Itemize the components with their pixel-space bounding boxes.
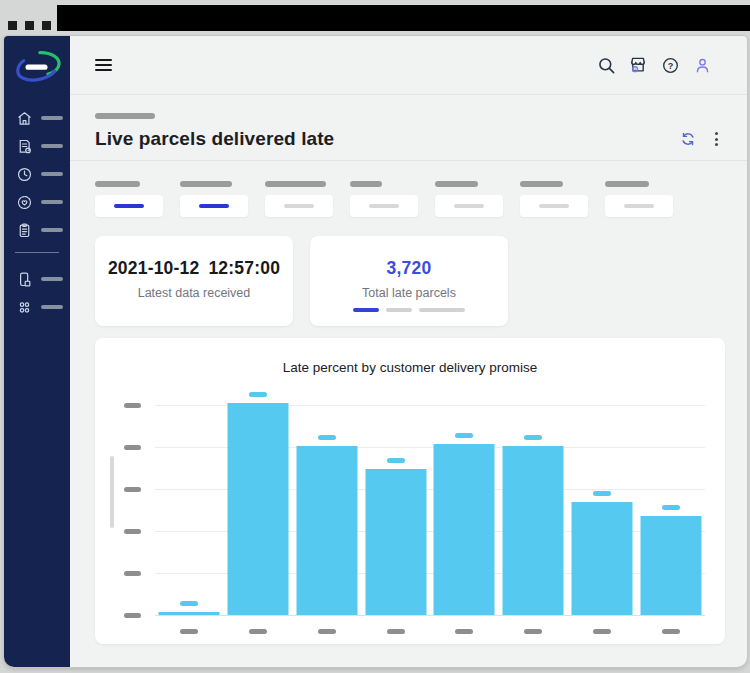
bar-slot xyxy=(636,405,705,615)
document-report-icon xyxy=(16,138,33,155)
bar-slot xyxy=(361,405,430,615)
sidebar-item-tasks[interactable] xyxy=(4,216,70,244)
sidebar-divider xyxy=(15,252,59,253)
nav-label-placeholder xyxy=(41,144,63,149)
bar-value-placeholder xyxy=(524,435,542,440)
x-tick-placeholder xyxy=(318,629,336,634)
refresh-button[interactable] xyxy=(679,130,697,148)
nav-label-placeholder xyxy=(41,228,63,233)
tab-label-placeholder xyxy=(520,181,563,187)
bar-slot xyxy=(293,405,362,615)
bar-value-placeholder xyxy=(387,458,405,463)
window-control-dot[interactable] xyxy=(42,21,51,30)
clipboard-icon xyxy=(16,222,33,239)
sidebar-item-apps[interactable] xyxy=(4,293,70,321)
filter-tab-group xyxy=(520,181,588,217)
x-tick-placeholder xyxy=(524,629,542,634)
menu-icon[interactable] xyxy=(95,59,112,72)
filter-tab-group xyxy=(350,181,418,217)
more-menu-button[interactable] xyxy=(711,130,722,148)
bar[interactable] xyxy=(640,516,701,615)
filter-tab-chip[interactable] xyxy=(180,195,248,217)
screenshot-stage: ? Live parcels delivered late xyxy=(0,0,750,673)
redacted-address-bar xyxy=(57,5,750,31)
filter-tab-group xyxy=(605,181,673,217)
topbar-icons: ? xyxy=(595,54,713,76)
progress-indicator xyxy=(310,308,508,313)
stat-label: Latest data received xyxy=(95,286,293,300)
y-tick-placeholder xyxy=(124,613,141,618)
x-tick-placeholder xyxy=(180,629,198,634)
bar[interactable] xyxy=(228,403,289,615)
chart-card: Late percent by customer delivery promis… xyxy=(95,338,725,644)
bar-value-placeholder xyxy=(455,433,473,438)
bars-container xyxy=(155,405,705,615)
bar-value-placeholder xyxy=(593,491,611,496)
help-button[interactable]: ? xyxy=(659,54,681,76)
gridline xyxy=(155,615,705,616)
stat-card-total-late: 3,720 Total late parcels xyxy=(310,236,508,326)
filter-tab-chip[interactable] xyxy=(350,195,418,217)
sidebar-item-home[interactable] xyxy=(4,104,70,132)
sidebar-item-device[interactable] xyxy=(4,265,70,293)
progress-segment-filled xyxy=(353,308,379,313)
home-icon xyxy=(16,110,33,127)
bar-slot xyxy=(224,405,293,615)
filter-tab-chip[interactable] xyxy=(265,195,333,217)
window-control-dot[interactable] xyxy=(8,21,17,30)
tab-label-placeholder xyxy=(265,181,326,187)
x-tick-placeholder xyxy=(387,629,405,634)
x-tick-placeholder xyxy=(662,629,680,634)
app-logo-icon[interactable] xyxy=(12,46,62,88)
profile-button[interactable] xyxy=(691,54,713,76)
filter-tab-group xyxy=(180,181,248,217)
nav-label-placeholder xyxy=(41,305,63,310)
bar-slot xyxy=(499,405,568,615)
orbit-swoosh-icon xyxy=(12,46,62,88)
sidebar-item-history[interactable] xyxy=(4,160,70,188)
filter-tab-chip[interactable] xyxy=(605,195,673,217)
search-icon xyxy=(597,56,616,75)
bar[interactable] xyxy=(365,469,426,615)
page-title: Live parcels delivered late xyxy=(95,128,334,150)
bar-value-placeholder xyxy=(662,505,680,510)
sidebar-item-reports[interactable] xyxy=(4,132,70,160)
y-tick-placeholder xyxy=(124,571,141,576)
bar-value-placeholder xyxy=(180,601,198,606)
device-icon xyxy=(16,271,33,288)
tab-label-placeholder xyxy=(95,181,140,187)
bar-value-placeholder xyxy=(318,435,336,440)
store-icon xyxy=(628,55,648,75)
svg-text:?: ? xyxy=(667,60,673,70)
bar-value-placeholder xyxy=(249,392,267,397)
page-header: Live parcels delivered late xyxy=(70,95,747,161)
tab-label-placeholder xyxy=(180,181,232,187)
y-axis-title-placeholder xyxy=(110,456,114,528)
window-control-dot[interactable] xyxy=(25,21,34,30)
help-icon: ? xyxy=(661,56,680,75)
bar[interactable] xyxy=(571,502,632,615)
search-button[interactable] xyxy=(595,54,617,76)
sidebar-item-quality[interactable] xyxy=(4,188,70,216)
filter-tab-chip[interactable] xyxy=(435,195,503,217)
main-area: ? Live parcels delivered late xyxy=(70,36,747,667)
y-tick-placeholder xyxy=(124,403,141,408)
store-button[interactable] xyxy=(627,54,649,76)
breadcrumb-placeholder xyxy=(95,113,155,119)
profile-icon xyxy=(693,56,712,75)
filter-tab-chip[interactable] xyxy=(95,195,163,217)
bar[interactable] xyxy=(159,612,220,615)
apps-grid-icon xyxy=(16,299,33,316)
filter-tab-chip[interactable] xyxy=(520,195,588,217)
tab-label-placeholder xyxy=(605,181,649,187)
tab-label-placeholder xyxy=(350,181,382,187)
sidebar xyxy=(4,36,70,667)
bar[interactable] xyxy=(503,446,564,615)
bar[interactable] xyxy=(434,444,495,615)
filter-tab-group xyxy=(265,181,333,217)
stat-card-latest-data: 2021-10-1212:57:00 Latest data received xyxy=(95,236,293,326)
y-tick-placeholder xyxy=(124,487,141,492)
topbar: ? xyxy=(70,36,747,95)
bar[interactable] xyxy=(296,446,357,615)
bar-slot xyxy=(568,405,637,615)
